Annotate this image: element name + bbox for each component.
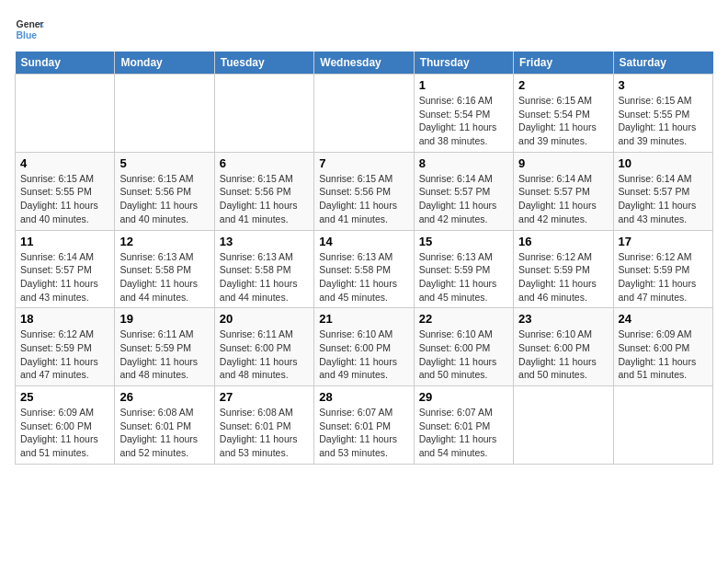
day-info: Sunrise: 6:10 AM Sunset: 6:00 PM Dayligh… (518, 327, 608, 382)
table-row (16, 75, 115, 153)
logo-icon: General Blue (15, 15, 44, 44)
day-info: Sunrise: 6:10 AM Sunset: 6:00 PM Dayligh… (419, 327, 508, 382)
day-number: 20 (220, 312, 309, 326)
col-monday: Monday (115, 52, 214, 75)
col-tuesday: Tuesday (214, 52, 313, 75)
day-number: 25 (20, 390, 109, 404)
day-number: 21 (319, 312, 408, 326)
table-row: 8Sunrise: 6:14 AM Sunset: 5:57 PM Daylig… (414, 152, 513, 230)
table-row: 20Sunrise: 6:11 AM Sunset: 6:00 PM Dayli… (214, 308, 313, 386)
table-row: 17Sunrise: 6:12 AM Sunset: 5:59 PM Dayli… (613, 230, 712, 308)
day-info: Sunrise: 6:15 AM Sunset: 5:56 PM Dayligh… (319, 172, 408, 226)
table-row: 27Sunrise: 6:08 AM Sunset: 6:01 PM Dayli… (214, 386, 313, 465)
day-number: 4 (20, 156, 109, 170)
day-info: Sunrise: 6:09 AM Sunset: 6:00 PM Dayligh… (619, 327, 708, 382)
day-info: Sunrise: 6:12 AM Sunset: 5:59 PM Dayligh… (518, 250, 608, 304)
day-number: 1 (419, 78, 508, 92)
day-number: 19 (119, 312, 209, 326)
day-number: 12 (119, 235, 209, 248)
table-row: 15Sunrise: 6:13 AM Sunset: 5:59 PM Dayli… (414, 230, 513, 308)
day-info: Sunrise: 6:15 AM Sunset: 5:55 PM Dayligh… (20, 172, 109, 226)
day-info: Sunrise: 6:08 AM Sunset: 6:01 PM Dayligh… (119, 406, 209, 460)
col-wednesday: Wednesday (314, 52, 414, 75)
day-info: Sunrise: 6:14 AM Sunset: 5:57 PM Dayligh… (20, 250, 109, 304)
calendar-table: Sunday Monday Tuesday Wednesday Thursday… (15, 52, 713, 465)
table-row: 14Sunrise: 6:13 AM Sunset: 5:58 PM Dayli… (314, 230, 414, 308)
day-number: 2 (518, 78, 608, 92)
calendar-body: 1Sunrise: 6:16 AM Sunset: 5:54 PM Daylig… (16, 75, 713, 465)
week-row-5: 25Sunrise: 6:09 AM Sunset: 6:00 PM Dayli… (16, 386, 713, 465)
table-row: 24Sunrise: 6:09 AM Sunset: 6:00 PM Dayli… (613, 308, 712, 386)
table-row: 26Sunrise: 6:08 AM Sunset: 6:01 PM Dayli… (115, 386, 214, 465)
table-row (214, 75, 313, 153)
day-info: Sunrise: 6:15 AM Sunset: 5:56 PM Dayligh… (119, 172, 209, 226)
col-thursday: Thursday (414, 52, 513, 75)
col-saturday: Saturday (613, 52, 712, 75)
table-row: 21Sunrise: 6:10 AM Sunset: 6:00 PM Dayli… (314, 308, 414, 386)
day-info: Sunrise: 6:09 AM Sunset: 6:00 PM Dayligh… (20, 406, 109, 460)
day-info: Sunrise: 6:08 AM Sunset: 6:01 PM Dayligh… (220, 406, 309, 460)
day-number: 28 (319, 390, 408, 404)
day-info: Sunrise: 6:13 AM Sunset: 5:59 PM Dayligh… (419, 250, 508, 304)
day-number: 9 (518, 156, 608, 170)
day-info: Sunrise: 6:12 AM Sunset: 5:59 PM Dayligh… (619, 250, 708, 304)
day-number: 27 (220, 390, 309, 404)
day-info: Sunrise: 6:15 AM Sunset: 5:55 PM Dayligh… (619, 94, 708, 148)
table-row: 13Sunrise: 6:13 AM Sunset: 5:58 PM Dayli… (214, 230, 313, 308)
day-info: Sunrise: 6:14 AM Sunset: 5:57 PM Dayligh… (518, 172, 608, 226)
table-row: 3Sunrise: 6:15 AM Sunset: 5:55 PM Daylig… (613, 75, 712, 153)
table-row: 10Sunrise: 6:14 AM Sunset: 5:57 PM Dayli… (613, 152, 712, 230)
day-info: Sunrise: 6:12 AM Sunset: 5:59 PM Dayligh… (20, 327, 109, 382)
table-row: 9Sunrise: 6:14 AM Sunset: 5:57 PM Daylig… (514, 152, 613, 230)
day-info: Sunrise: 6:11 AM Sunset: 5:59 PM Dayligh… (119, 327, 209, 382)
day-number: 3 (619, 78, 708, 92)
day-info: Sunrise: 6:13 AM Sunset: 5:58 PM Dayligh… (319, 250, 408, 304)
day-info: Sunrise: 6:14 AM Sunset: 5:57 PM Dayligh… (419, 172, 508, 226)
day-number: 5 (119, 156, 209, 170)
week-row-2: 4Sunrise: 6:15 AM Sunset: 5:55 PM Daylig… (16, 152, 713, 230)
day-info: Sunrise: 6:13 AM Sunset: 5:58 PM Dayligh… (119, 250, 209, 304)
table-row: 23Sunrise: 6:10 AM Sunset: 6:00 PM Dayli… (514, 308, 613, 386)
day-info: Sunrise: 6:11 AM Sunset: 6:00 PM Dayligh… (220, 327, 309, 382)
day-number: 22 (419, 312, 508, 326)
table-row: 28Sunrise: 6:07 AM Sunset: 6:01 PM Dayli… (314, 386, 414, 465)
day-number: 8 (419, 156, 508, 170)
week-row-3: 11Sunrise: 6:14 AM Sunset: 5:57 PM Dayli… (16, 230, 713, 308)
table-row (514, 386, 613, 465)
day-number: 6 (220, 156, 309, 170)
table-row: 22Sunrise: 6:10 AM Sunset: 6:00 PM Dayli… (414, 308, 513, 386)
svg-text:Blue: Blue (17, 30, 38, 40)
table-row: 7Sunrise: 6:15 AM Sunset: 5:56 PM Daylig… (314, 152, 414, 230)
day-number: 18 (20, 312, 109, 326)
week-row-4: 18Sunrise: 6:12 AM Sunset: 5:59 PM Dayli… (16, 308, 713, 386)
day-info: Sunrise: 6:14 AM Sunset: 5:57 PM Dayligh… (619, 172, 708, 226)
table-row (314, 75, 414, 153)
table-row: 25Sunrise: 6:09 AM Sunset: 6:00 PM Dayli… (16, 386, 115, 465)
day-number: 15 (419, 235, 508, 248)
table-row: 18Sunrise: 6:12 AM Sunset: 5:59 PM Dayli… (16, 308, 115, 386)
table-row: 12Sunrise: 6:13 AM Sunset: 5:58 PM Dayli… (115, 230, 214, 308)
day-info: Sunrise: 6:16 AM Sunset: 5:54 PM Dayligh… (419, 94, 508, 148)
table-row: 5Sunrise: 6:15 AM Sunset: 5:56 PM Daylig… (115, 152, 214, 230)
day-info: Sunrise: 6:07 AM Sunset: 6:01 PM Dayligh… (319, 406, 408, 460)
day-number: 7 (319, 156, 408, 170)
day-info: Sunrise: 6:15 AM Sunset: 5:54 PM Dayligh… (518, 94, 608, 148)
day-number: 24 (619, 312, 708, 326)
table-row: 1Sunrise: 6:16 AM Sunset: 5:54 PM Daylig… (414, 75, 513, 153)
header: General Blue (15, 15, 713, 44)
col-sunday: Sunday (16, 52, 115, 75)
day-number: 17 (619, 235, 708, 248)
table-row: 2Sunrise: 6:15 AM Sunset: 5:54 PM Daylig… (514, 75, 613, 153)
day-info: Sunrise: 6:10 AM Sunset: 6:00 PM Dayligh… (319, 327, 408, 382)
table-row: 11Sunrise: 6:14 AM Sunset: 5:57 PM Dayli… (16, 230, 115, 308)
table-row: 16Sunrise: 6:12 AM Sunset: 5:59 PM Dayli… (514, 230, 613, 308)
day-number: 13 (220, 235, 309, 248)
calendar-header-row: Sunday Monday Tuesday Wednesday Thursday… (16, 52, 713, 75)
table-row: 6Sunrise: 6:15 AM Sunset: 5:56 PM Daylig… (214, 152, 313, 230)
table-row: 19Sunrise: 6:11 AM Sunset: 5:59 PM Dayli… (115, 308, 214, 386)
table-row: 4Sunrise: 6:15 AM Sunset: 5:55 PM Daylig… (16, 152, 115, 230)
day-number: 11 (20, 235, 109, 248)
day-number: 23 (518, 312, 608, 326)
day-info: Sunrise: 6:15 AM Sunset: 5:56 PM Dayligh… (220, 172, 309, 226)
day-info: Sunrise: 6:07 AM Sunset: 6:01 PM Dayligh… (419, 406, 508, 460)
